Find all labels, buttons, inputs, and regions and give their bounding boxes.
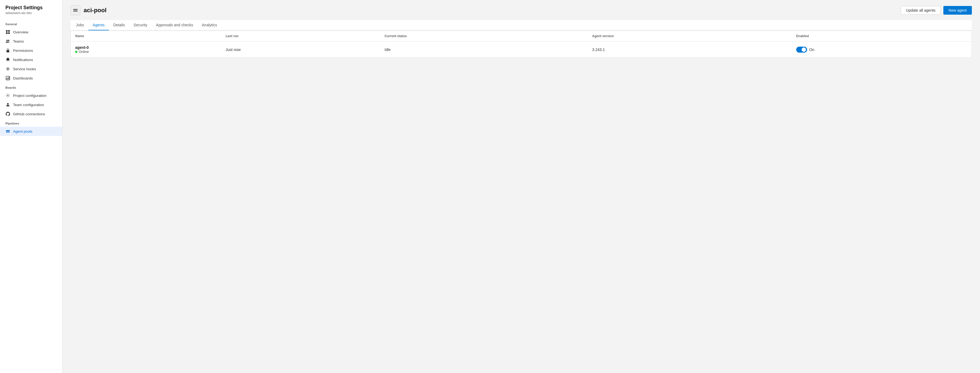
team-config-icon <box>5 102 10 107</box>
sidebar-item-agent-pools[interactable]: Agent pools <box>0 127 62 136</box>
update-all-agents-button[interactable]: Update all agents <box>901 6 941 15</box>
svg-point-16 <box>6 130 7 131</box>
svg-point-20 <box>73 9 74 10</box>
main-content: aci-pool Update all agents New agent Job… <box>62 0 980 373</box>
pool-title-row: aci-pool <box>71 5 107 15</box>
tabs-bar: Jobs Agents Details Security Approvals a… <box>71 20 972 30</box>
sidebar-item-github-connections[interactable]: GitHub connections <box>0 110 62 119</box>
notifications-icon <box>5 57 10 62</box>
service-hooks-icon <box>5 67 10 71</box>
github-icon <box>5 111 10 116</box>
sidebar-item-dashboards[interactable]: Dashboards <box>0 73 62 83</box>
permissions-icon <box>5 48 10 53</box>
sidebar-item-teams[interactable]: Teams <box>0 37 62 46</box>
sidebar: Project Settings sebassem-alz-dev Genera… <box>0 0 62 373</box>
table-row: agent-0 Online Just now Idle 3.243.1 <box>71 41 972 58</box>
sidebar-item-teams-label: Teams <box>13 39 24 43</box>
tab-approvals[interactable]: Approvals and checks <box>152 20 197 30</box>
svg-rect-9 <box>6 78 7 79</box>
sidebar-subtitle: sebassem-alz-dev <box>0 11 62 19</box>
svg-point-7 <box>7 68 9 70</box>
enabled-toggle[interactable] <box>796 47 807 52</box>
toggle-container: On <box>796 47 967 52</box>
sidebar-item-notifications-label: Notifications <box>13 58 33 62</box>
sidebar-item-permissions[interactable]: Permissions <box>0 46 62 55</box>
col-enabled: Enabled <box>792 31 972 41</box>
last-run-cell: Just now <box>221 41 380 58</box>
svg-point-13 <box>7 103 9 105</box>
agents-table: Name Last run Current status Agent versi… <box>71 31 972 57</box>
online-dot <box>75 51 77 53</box>
col-last-run: Last run <box>221 31 380 41</box>
sidebar-title: Project Settings <box>0 5 62 11</box>
sidebar-item-service-hooks[interactable]: Service hooks <box>0 64 62 73</box>
col-agent-version: Agent version <box>588 31 792 41</box>
svg-point-21 <box>73 11 74 11</box>
agent-name[interactable]: agent-0 <box>75 45 217 50</box>
sidebar-item-team-configuration[interactable]: Team configuration <box>0 100 62 110</box>
sidebar-item-project-configuration-label: Project configuration <box>13 94 46 98</box>
tab-agents[interactable]: Agents <box>89 20 109 30</box>
sidebar-section-pipelines: Pipelines <box>0 119 62 127</box>
dashboards-icon <box>5 76 10 81</box>
svg-point-5 <box>8 40 10 41</box>
sidebar-item-service-hooks-label: Service hooks <box>13 67 36 71</box>
online-label: Online <box>79 50 89 54</box>
agents-table-container: Name Last run Current status Agent versi… <box>71 31 972 58</box>
agent-name-cell: agent-0 Online <box>71 41 221 58</box>
sidebar-item-agent-pools-label: Agent pools <box>13 129 32 133</box>
sidebar-item-permissions-label: Permissions <box>13 49 33 52</box>
svg-point-4 <box>6 40 8 41</box>
tab-security[interactable]: Security <box>129 20 152 30</box>
svg-rect-2 <box>6 32 8 34</box>
current-status-cell: Idle <box>380 41 588 58</box>
sidebar-item-notifications[interactable]: Notifications <box>0 55 62 64</box>
overview-icon <box>5 30 10 35</box>
pool-name: aci-pool <box>84 7 107 14</box>
col-name: Name <box>71 31 221 41</box>
project-config-icon <box>5 93 10 98</box>
svg-point-12 <box>7 95 8 96</box>
svg-point-17 <box>6 132 7 132</box>
agent-version-cell: 3.243.1 <box>588 41 792 58</box>
agent-pools-icon <box>5 129 10 134</box>
tab-analytics[interactable]: Analytics <box>197 20 221 30</box>
sidebar-item-overview-label: Overview <box>13 30 28 34</box>
svg-rect-10 <box>8 77 8 79</box>
table-header-row: Name Last run Current status Agent versi… <box>71 31 972 41</box>
teams-icon <box>5 39 10 44</box>
enabled-cell: On <box>792 41 972 58</box>
svg-rect-6 <box>6 50 9 52</box>
svg-rect-1 <box>8 30 10 32</box>
col-current-status: Current status <box>380 31 588 41</box>
tab-details[interactable]: Details <box>109 20 129 30</box>
toggle-slider <box>796 47 807 52</box>
pool-icon <box>71 5 80 15</box>
sidebar-item-team-configuration-label: Team configuration <box>13 103 44 107</box>
svg-rect-0 <box>6 30 8 32</box>
sidebar-item-project-configuration[interactable]: Project configuration <box>0 91 62 100</box>
tab-jobs[interactable]: Jobs <box>72 20 89 30</box>
pool-actions: Update all agents New agent <box>901 6 972 15</box>
sidebar-item-github-connections-label: GitHub connections <box>13 112 45 116</box>
sidebar-section-general: General <box>0 19 62 27</box>
enabled-toggle-label: On <box>809 48 815 52</box>
svg-rect-11 <box>9 77 9 79</box>
sidebar-section-boards: Boards <box>0 83 62 91</box>
agent-online-status: Online <box>75 50 217 54</box>
svg-rect-3 <box>8 32 10 34</box>
pool-header: aci-pool Update all agents New agent <box>71 5 972 15</box>
sidebar-item-overview[interactable]: Overview <box>0 27 62 37</box>
new-agent-button[interactable]: New agent <box>943 6 972 15</box>
sidebar-item-dashboards-label: Dashboards <box>13 76 33 80</box>
